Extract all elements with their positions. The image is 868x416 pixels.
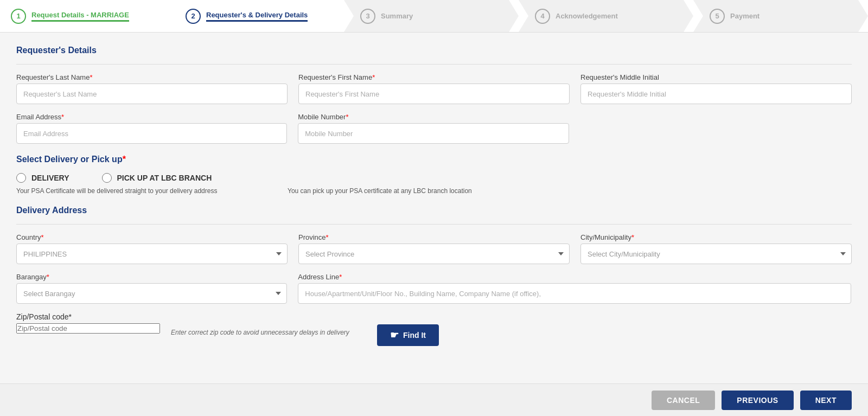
middle-initial-group: Requester's Middle Initial	[580, 73, 852, 104]
main-content: Requester's Details Requester's Last Nam…	[0, 33, 868, 383]
delivery-title: Select Delivery or Pick up*	[16, 155, 852, 164]
city-group: City/Municipality* Select City/Municipal…	[580, 233, 852, 264]
delivery-options: DELIVERY PICK UP AT LBC BRANCH	[16, 173, 852, 183]
first-name-label: Requester's First Name*	[298, 73, 570, 81]
address-row-1: Country* PHILIPPINES Province* Select Pr…	[16, 233, 852, 264]
middle-initial-input[interactable]	[580, 84, 852, 104]
next-button[interactable]: NEXT	[800, 391, 852, 410]
mobile-label: Mobile Number*	[298, 113, 569, 121]
mobile-group: Mobile Number*	[298, 113, 569, 144]
email-label: Email Address*	[16, 113, 287, 121]
country-group: Country* PHILIPPINES	[16, 233, 288, 264]
step-5-label: Payment	[730, 12, 760, 20]
stepper: 1 Request Details - MARRIAGE 2 Requester…	[0, 0, 868, 33]
step-1-label: Request Details - MARRIAGE	[31, 11, 129, 22]
step-3-circle: 3	[360, 9, 375, 24]
step-2-circle: 2	[186, 9, 201, 24]
delivery-option-delivery[interactable]: DELIVERY	[16, 173, 69, 183]
step-2-label: Requester's & Delivery Details	[206, 11, 308, 22]
requester-details-title: Requester's Details	[16, 46, 852, 55]
last-name-label: Requester's Last Name*	[16, 73, 288, 81]
previous-button[interactable]: PREVIOUS	[722, 391, 793, 410]
barangay-select[interactable]: Select Barangay	[16, 283, 287, 304]
barangay-label: Barangay*	[16, 273, 287, 281]
first-name-input[interactable]	[298, 84, 570, 104]
province-select[interactable]: Select Province	[298, 244, 570, 264]
address-line-group: Address Line*	[298, 273, 851, 304]
pickup-radio[interactable]	[102, 173, 112, 183]
country-label: Country*	[16, 233, 288, 241]
email-input[interactable]	[16, 123, 287, 144]
city-select[interactable]: Select City/Municipality	[580, 244, 852, 264]
step-4-circle: 4	[535, 9, 550, 24]
divider-2	[16, 224, 852, 225]
city-label: City/Municipality*	[580, 233, 852, 241]
step-1-circle: 1	[11, 9, 26, 24]
divider-1	[16, 64, 852, 65]
country-select[interactable]: PHILIPPINES	[16, 244, 288, 264]
zip-group: Zip/Postal code*	[16, 312, 160, 334]
step-4[interactable]: 4 Acknowledgement	[519, 0, 693, 32]
delivery-radio[interactable]	[16, 173, 26, 183]
delivery-desc-text: Your PSA Certificate will be delivered s…	[16, 187, 255, 195]
email-group: Email Address*	[16, 113, 287, 144]
requester-row-2: Email Address* Mobile Number*	[16, 113, 852, 144]
step-5[interactable]: 5 Payment	[693, 0, 868, 32]
pickup-label[interactable]: PICK UP AT LBC BRANCH	[117, 174, 212, 182]
address-line-input[interactable]	[298, 283, 851, 304]
step-3[interactable]: 3 Summary	[344, 0, 519, 32]
requester-row-1: Requester's Last Name* Requester's First…	[16, 73, 852, 104]
province-label: Province*	[298, 233, 570, 241]
step-5-circle: 5	[710, 9, 725, 24]
delivery-descriptions: Your PSA Certificate will be delivered s…	[16, 187, 852, 195]
spacer-group	[580, 113, 852, 144]
last-name-group: Requester's Last Name*	[16, 73, 288, 104]
delivery-label[interactable]: DELIVERY	[31, 174, 69, 182]
address-section: Delivery Address Country* PHILIPPINES Pr…	[16, 206, 852, 346]
step-1[interactable]: 1 Request Details - MARRIAGE	[0, 0, 169, 32]
pickup-desc-text: You can pick up your PSA certificate at …	[288, 187, 526, 195]
step-4-label: Acknowledgement	[556, 12, 618, 20]
find-it-button[interactable]: ☛ Find It	[377, 324, 439, 346]
province-group: Province* Select Province	[298, 233, 570, 264]
cursor-icon: ☛	[390, 329, 399, 341]
step-3-label: Summary	[381, 12, 413, 20]
barangay-group: Barangay* Select Barangay	[16, 273, 287, 304]
zip-row: Zip/Postal code* Enter correct zip code …	[16, 312, 852, 346]
last-name-input[interactable]	[16, 84, 288, 104]
address-row-2: Barangay* Select Barangay Address Line*	[16, 273, 852, 304]
first-name-group: Requester's First Name*	[298, 73, 570, 104]
mobile-input[interactable]	[298, 123, 569, 144]
zip-hint: Enter correct zip code to avoid unnecess…	[171, 312, 366, 337]
step-2[interactable]: 2 Requester's & Delivery Details	[169, 0, 344, 32]
delivery-section: Select Delivery or Pick up* DELIVERY PIC…	[16, 155, 852, 195]
address-title: Delivery Address	[16, 206, 852, 215]
delivery-option-pickup[interactable]: PICK UP AT LBC BRANCH	[102, 173, 212, 183]
address-line-label: Address Line*	[298, 273, 851, 281]
middle-initial-label: Requester's Middle Initial	[580, 73, 852, 81]
cancel-button[interactable]: CANCEL	[652, 391, 715, 410]
footer: CANCEL PREVIOUS NEXT	[0, 383, 868, 416]
zip-label: Zip/Postal code*	[16, 312, 160, 321]
zip-input[interactable]	[16, 323, 160, 334]
